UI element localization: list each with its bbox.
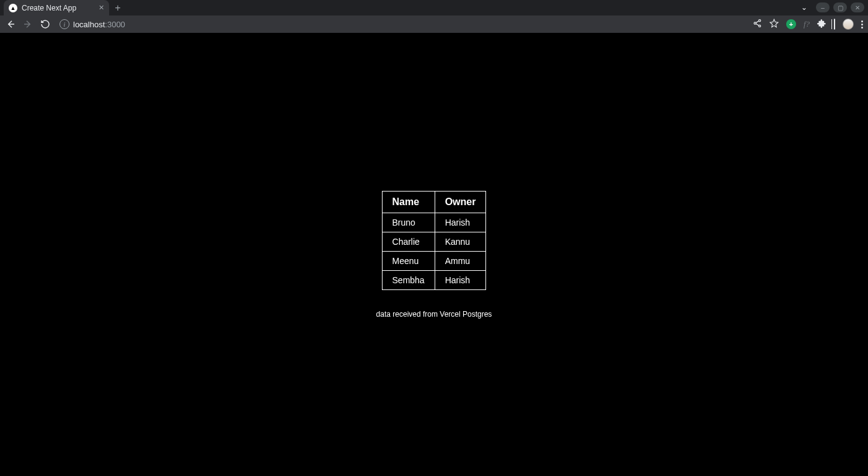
table-row: Meenu Ammu — [382, 251, 486, 270]
reload-icon — [40, 19, 50, 29]
browser-tab-active[interactable]: ▲ Create Next App ✕ — [4, 0, 109, 15]
bookmark-button[interactable] — [769, 19, 779, 30]
puzzle-icon — [817, 19, 826, 28]
share-button[interactable] — [753, 19, 762, 30]
panel-icon — [834, 19, 835, 30]
cell-name: Charlie — [382, 232, 435, 251]
window-close-button[interactable]: ✕ — [851, 2, 864, 12]
toolbar-right: + f? — [753, 19, 863, 30]
tab-title: Create Next App — [22, 4, 94, 12]
table-row: Sembha Harish — [382, 270, 486, 289]
reload-button[interactable] — [40, 19, 51, 29]
arrow-right-icon — [23, 19, 33, 29]
share-icon — [753, 19, 762, 28]
star-icon — [769, 19, 779, 28]
site-favicon-icon: ▲ — [9, 4, 17, 12]
cell-name: Bruno — [382, 213, 435, 232]
maximize-button[interactable]: ▢ — [833, 2, 847, 12]
table-row: Charlie Kannu — [382, 232, 486, 251]
address-bar[interactable]: i localhost:3000 — [57, 19, 746, 29]
tabs-dropdown-icon[interactable]: ⌄ — [801, 3, 807, 12]
browser-toolbar: i localhost:3000 + f? — [0, 15, 868, 33]
url-port: :3000 — [105, 20, 125, 29]
cell-name: Meenu — [382, 251, 435, 270]
col-header-name: Name — [382, 191, 435, 213]
back-button[interactable] — [5, 19, 16, 29]
browser-menu-button[interactable] — [861, 20, 863, 29]
cell-owner: Kannu — [435, 232, 486, 251]
cell-owner: Harish — [435, 270, 486, 289]
site-info-icon[interactable]: i — [60, 19, 69, 29]
data-source-caption: data received from Vercel Postgres — [376, 310, 492, 319]
profile-avatar[interactable] — [843, 19, 854, 30]
table-header-row: Name Owner — [382, 191, 486, 213]
extension-font-icon[interactable]: f? — [804, 19, 810, 29]
cell-owner: Harish — [435, 213, 486, 232]
url-host: localhost — [73, 20, 105, 29]
minimize-button[interactable]: – — [816, 2, 830, 12]
cell-owner: Ammu — [435, 251, 486, 270]
cell-name: Sembha — [382, 270, 435, 289]
tab-close-icon[interactable]: ✕ — [99, 4, 104, 12]
page-viewport: Name Owner Bruno Harish Charlie Kannu Me… — [0, 33, 868, 476]
extensions-button[interactable] — [817, 19, 826, 30]
url-text: localhost:3000 — [73, 20, 125, 29]
data-table: Name Owner Bruno Harish Charlie Kannu Me… — [382, 191, 487, 290]
browser-chrome: ▲ Create Next App ✕ + ⌄ – ▢ ✕ i localhos… — [0, 0, 868, 33]
col-header-owner: Owner — [435, 191, 486, 213]
forward-button[interactable] — [22, 19, 33, 29]
arrow-left-icon — [6, 19, 16, 29]
window-controls: ⌄ – ▢ ✕ — [801, 2, 864, 12]
extension-badge-icon[interactable]: + — [786, 19, 796, 29]
new-tab-button[interactable]: + — [109, 0, 126, 15]
tab-bar: ▲ Create Next App ✕ + ⌄ – ▢ ✕ — [0, 0, 868, 15]
side-panel-button[interactable] — [834, 19, 835, 29]
table-row: Bruno Harish — [382, 213, 486, 232]
